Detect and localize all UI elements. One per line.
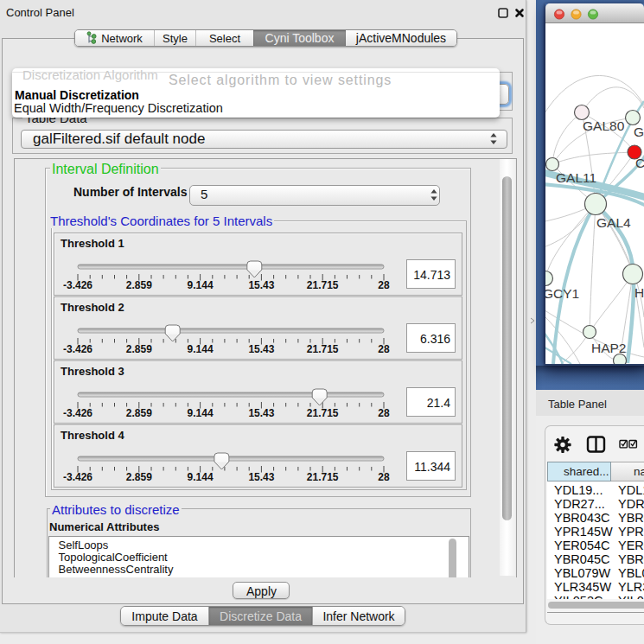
svg-text:GAL80: GAL80 xyxy=(583,118,625,133)
svg-text:2.859: 2.859 xyxy=(126,343,152,355)
svg-text:-3.426: -3.426 xyxy=(63,471,92,483)
svg-text:-3.426: -3.426 xyxy=(63,407,92,419)
svg-text:GAL4: GAL4 xyxy=(596,215,631,230)
svg-text:9.144: 9.144 xyxy=(188,343,214,355)
svg-text:2.859: 2.859 xyxy=(126,471,152,483)
svg-text:15.43: 15.43 xyxy=(248,471,274,483)
svg-text:21.715: 21.715 xyxy=(307,407,339,419)
svg-text:28: 28 xyxy=(378,407,390,419)
svg-text:C: C xyxy=(635,156,644,170)
svg-text:21.715: 21.715 xyxy=(307,471,339,483)
svg-text:9.144: 9.144 xyxy=(188,471,214,483)
svg-text:GA: GA xyxy=(634,124,644,139)
svg-text:H: H xyxy=(634,285,644,300)
svg-text:28: 28 xyxy=(378,279,390,291)
svg-text:21.715: 21.715 xyxy=(307,279,339,291)
svg-text:-3.426: -3.426 xyxy=(63,343,92,355)
svg-text:15.43: 15.43 xyxy=(248,407,274,419)
svg-text:HAP2: HAP2 xyxy=(591,341,627,355)
svg-text:2.859: 2.859 xyxy=(126,407,152,419)
svg-text:9.144: 9.144 xyxy=(188,279,214,291)
svg-text:GAL11: GAL11 xyxy=(556,170,596,185)
svg-text:GCY1: GCY1 xyxy=(545,286,579,301)
svg-text:15.43: 15.43 xyxy=(248,343,274,355)
svg-text:-3.426: -3.426 xyxy=(63,279,92,291)
svg-text:15.43: 15.43 xyxy=(248,279,274,291)
svg-text:28: 28 xyxy=(378,471,390,483)
svg-text:21.715: 21.715 xyxy=(307,343,339,355)
svg-text:9.144: 9.144 xyxy=(188,407,214,419)
svg-text:2.859: 2.859 xyxy=(126,279,152,291)
svg-text:28: 28 xyxy=(378,343,390,355)
